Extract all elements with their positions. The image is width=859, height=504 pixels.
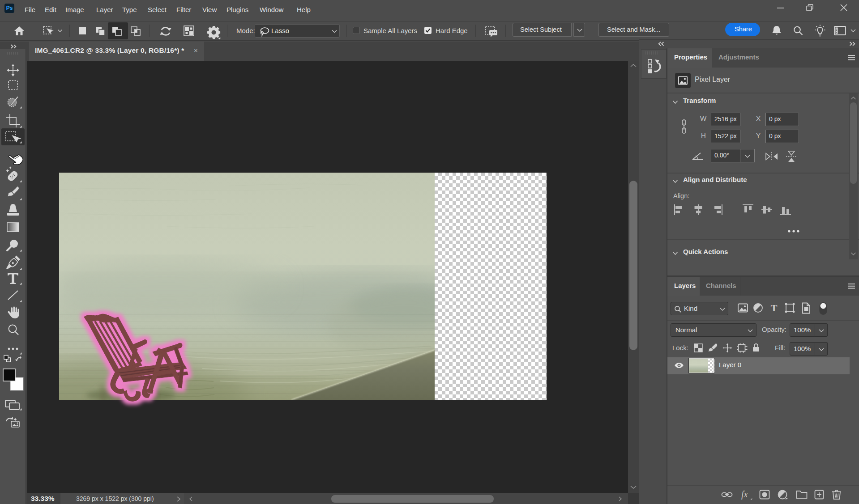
svg-text:fx: fx: [741, 489, 748, 500]
svg-text:T: T: [771, 303, 778, 313]
